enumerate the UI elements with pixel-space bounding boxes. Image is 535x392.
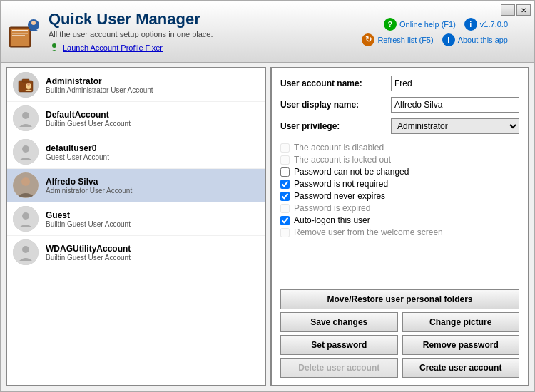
change-picture-button[interactable]: Change picture [402,312,520,332]
privilege-select[interactable]: StandardAdministratorGuest [391,118,519,134]
account-name-label: User account name: [280,78,391,88]
svg-point-6 [31,21,36,25]
svg-point-21 [22,212,29,220]
checkbox-label: Password never expires [294,191,385,201]
checkbox-row: Password is not required [280,179,519,189]
svg-rect-11 [22,79,29,82]
user-desc: Builtin Guest User Account [46,220,131,228]
user-name: Guest [46,210,131,220]
user-name: defaultuser0 [46,143,109,153]
avatar [13,139,39,165]
top-links-row: ? Online help (F1) i v1.7.0.0 [384,18,508,31]
account-name-input[interactable] [391,76,519,91]
remove-password-button[interactable]: Remove password [402,335,520,355]
online-help-link[interactable]: ? Online help (F1) [384,18,456,31]
user-info: DefaultAccountBuiltin Guest User Account [46,110,131,128]
move-restore-button[interactable]: Move/Restore user personal folders [280,289,519,309]
user-info: defaultuser0Guest User Account [46,143,109,161]
user-name: WDAGUtilityAccount [46,244,131,254]
checkbox-label: Password is not required [294,179,388,189]
launch-link[interactable]: Launch Account Profile Fixer [49,41,362,54]
checkbox-input[interactable] [280,192,290,201]
avatar [13,105,39,131]
svg-point-17 [22,145,29,153]
svg-rect-2 [12,30,28,31]
version-link[interactable]: i v1.7.0.0 [464,18,508,31]
user-info: Alfredo SilvaAdministrator User Account [46,177,132,195]
user-list-item[interactable]: defaultuser0Guest User Account [7,135,265,169]
refresh-link[interactable]: ↻ Refresh list (F5) [362,33,433,46]
checkbox-input [280,143,290,153]
user-desc: Builtin Guest User Account [46,254,131,262]
user-list: AdministratorBuiltin Administrator User … [6,67,266,386]
delete-account-button[interactable]: Delete user account [280,358,398,378]
close-button[interactable]: ✕ [516,4,531,16]
bottom-links-row: ↻ Refresh list (F5) i About this app [362,33,508,46]
checkbox-row: Remove user from the welcome screen [280,227,519,237]
privilege-label: User privilege: [280,121,391,131]
checkbox-input [280,228,290,237]
svg-point-15 [22,112,29,119]
checkbox-input[interactable] [280,216,290,225]
avatar [13,239,39,265]
user-list-item[interactable]: GuestBuiltin Guest User Account [7,202,265,236]
avatar [13,206,39,232]
checkboxes-section: The account is disabledThe account is lo… [280,143,519,239]
avatar [13,72,39,98]
svg-point-8 [52,43,56,48]
display-name-row: User display name: [280,97,519,113]
user-info: AdministratorBuiltin Administrator User … [46,76,153,94]
user-name: Administrator [46,76,153,86]
svg-rect-4 [12,35,25,36]
refresh-icon: ↻ [362,33,374,46]
svg-point-19 [21,177,30,186]
checkbox-label: Remove user from the welcome screen [294,227,443,237]
svg-point-13 [27,83,30,86]
title-bar: Quick User Manager All the user account … [1,1,534,63]
checkbox-row: Password is expired [280,203,519,213]
refresh-label: Refresh list (F5) [377,36,433,44]
checkbox-row: Auto-logon this user [280,215,519,225]
checkbox-row: Password never expires [280,191,519,201]
main-window: Quick User Manager All the user account … [0,0,535,392]
launch-icon [49,41,60,54]
avatar [13,172,39,198]
user-desc: Builtin Guest User Account [46,120,131,128]
checkbox-input [280,204,290,213]
title-area: Quick User Manager All the user account … [49,10,362,54]
online-help-label: Online help (F1) [399,20,456,29]
help-icon: ? [384,18,397,31]
checkbox-label: Auto-logon this user [294,215,370,225]
checkbox-row: The account is disabled [280,143,519,153]
user-info: WDAGUtilityAccountBuiltin Guest User Acc… [46,244,131,262]
display-name-input[interactable] [391,97,519,113]
user-desc: Administrator User Account [46,187,132,195]
right-panel: User account name: User display name: Us… [270,67,529,386]
save-changes-button[interactable]: Save changes [280,312,398,332]
about-link[interactable]: i About this app [442,33,508,46]
user-list-item[interactable]: DefaultAccountBuiltin Guest User Account [7,102,265,135]
user-list-item[interactable]: Alfredo SilvaAdministrator User Account [7,169,265,202]
app-icon [6,14,43,51]
set-password-button[interactable]: Set password [280,335,398,355]
checkbox-input[interactable] [280,167,290,177]
checkbox-input [280,155,290,165]
user-list-item[interactable]: AdministratorBuiltin Administrator User … [7,68,265,102]
user-name: Alfredo Silva [46,177,132,187]
version-label: v1.7.0.0 [480,20,508,29]
user-info: GuestBuiltin Guest User Account [46,210,131,228]
version-icon: i [464,18,477,31]
buttons-section: Move/Restore user personal folders Save … [280,289,519,378]
account-name-row: User account name: [280,76,519,91]
checkbox-row: The account is locked out [280,155,519,165]
svg-rect-3 [12,33,28,34]
user-list-item[interactable]: WDAGUtilityAccountBuiltin Guest User Acc… [7,236,265,269]
window-controls: — ✕ [501,4,531,16]
about-label: About this app [458,36,508,44]
checkbox-label: Password can not be changed [294,167,409,177]
checkbox-input[interactable] [280,180,290,189]
create-account-button[interactable]: Create user account [402,358,520,378]
minimize-button[interactable]: — [501,4,515,16]
buttons-row-3: Delete user account Create user account [280,358,519,378]
checkbox-label: Password is expired [294,203,370,213]
